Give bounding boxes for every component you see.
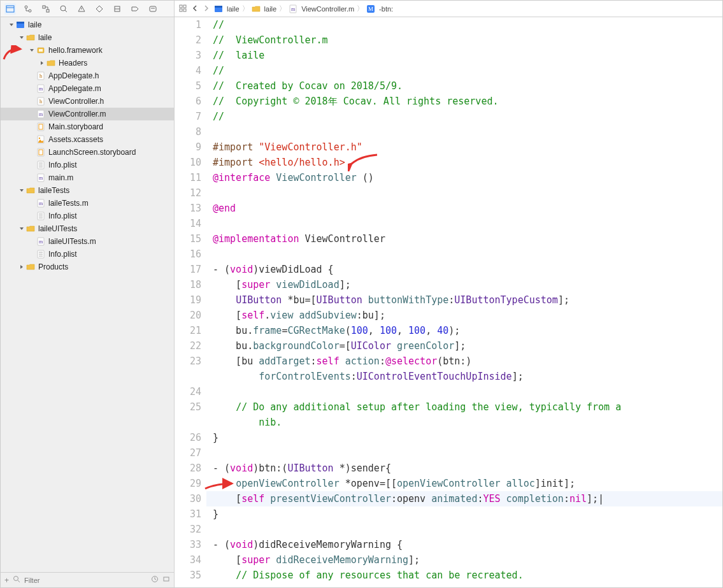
breadcrumb-item[interactable]: mViewController.m <box>289 4 354 13</box>
code-line[interactable]: 29 openViewController *openv=[[openViewC… <box>175 476 722 491</box>
code-line[interactable]: 27 <box>175 445 722 461</box>
code-line[interactable]: 31} <box>175 506 722 522</box>
code-text[interactable]: // ViewController.m <box>206 32 722 48</box>
tree-item-viewcontroller-m[interactable]: mViewController.m <box>1 108 174 120</box>
code-text[interactable]: // laile <box>206 48 722 63</box>
breadcrumb[interactable]: laile〉laile〉mViewController.m〉M-btn: <box>214 4 393 13</box>
code-text[interactable]: [super viewDidLoad]; <box>206 277 722 292</box>
code-line[interactable]: 2// ViewController.m <box>175 32 722 48</box>
code-line[interactable]: 9#import "ViewController.h" <box>175 140 722 155</box>
code-line[interactable]: 14 <box>175 216 722 231</box>
code-line[interactable]: forControlEvents:UIControlEventTouchUpIn… <box>175 369 722 384</box>
code-text[interactable]: } <box>206 506 722 522</box>
code-text[interactable] <box>206 185 722 201</box>
code-line[interactable]: 34 [super didReceiveMemoryWarning]; <box>175 552 722 568</box>
disclosure-triangle[interactable] <box>8 22 14 28</box>
code-text[interactable]: - (void)didReceiveMemoryWarning { <box>206 537 722 552</box>
code-line[interactable]: 21 bu.frame=CGRectMake(100, 100, 100, 40… <box>175 323 722 338</box>
tree-item-appdelegate-h[interactable]: hAppDelegate.h <box>1 69 174 82</box>
filter-input[interactable] <box>24 577 147 584</box>
code-line[interactable]: 5// Created by Cocav on 2018/5/9. <box>175 78 722 94</box>
tree-item-launchscreen-storyboard[interactable]: LaunchScreen.storyboard <box>1 146 174 159</box>
code-text[interactable] <box>206 124 722 140</box>
code-text[interactable] <box>206 522 722 537</box>
code-line[interactable]: 18 [super viewDidLoad]; <box>175 277 722 292</box>
code-text[interactable]: [super didReceiveMemoryWarning]; <box>206 552 722 568</box>
code-text[interactable]: openViewController *openv=[[openViewCont… <box>206 476 722 491</box>
code-text[interactable]: // <box>206 17 722 32</box>
code-text[interactable]: // <box>206 63 722 78</box>
code-line[interactable]: 13@end <box>175 201 722 216</box>
source-control-tab[interactable] <box>22 3 34 15</box>
code-text[interactable]: - (void)viewDidLoad { <box>206 262 722 277</box>
code-text[interactable]: @end <box>206 201 722 216</box>
code-text[interactable]: bu.frame=CGRectMake(100, 100, 100, 40); <box>206 323 722 338</box>
code-text[interactable]: } <box>206 430 722 445</box>
find-navigator-tab[interactable] <box>58 3 69 15</box>
disclosure-triangle[interactable] <box>18 188 24 194</box>
code-text[interactable]: bu.backgroundColor=[UIColor greenColor]; <box>206 338 722 354</box>
symbol-navigator-tab[interactable] <box>40 3 52 15</box>
tree-item-laile[interactable]: laile <box>1 18 174 31</box>
code-line[interactable]: 28- (void)btn:(UIButton *)sender{ <box>175 461 722 476</box>
tree-item-lailetests[interactable]: laileTests <box>1 184 174 197</box>
tree-item-products[interactable]: Products <box>1 261 174 273</box>
tree-item-info-plist[interactable]: Info.plist <box>1 159 174 171</box>
tree-item-lailetests-m[interactable]: mlaileTests.m <box>1 197 174 210</box>
code-text[interactable] <box>206 384 722 399</box>
breadcrumb-item[interactable]: laile <box>252 4 277 13</box>
code-line[interactable]: 33- (void)didReceiveMemoryWarning { <box>175 537 722 552</box>
code-text[interactable]: [self presentViewController:openv animat… <box>206 491 722 506</box>
code-text[interactable]: // <box>206 109 722 124</box>
breakpoint-navigator-tab[interactable] <box>129 3 141 15</box>
report-navigator-tab[interactable] <box>147 3 159 15</box>
debug-navigator-tab[interactable] <box>111 3 123 15</box>
code-text[interactable]: forControlEvents:UIControlEventTouchUpIn… <box>206 369 722 384</box>
related-items-icon[interactable] <box>178 4 187 14</box>
code-line[interactable]: 12 <box>175 185 722 201</box>
issue-navigator-tab[interactable] <box>76 3 87 15</box>
breadcrumb-item[interactable]: M-btn: <box>366 4 393 13</box>
code-line[interactable]: 16 <box>175 247 722 262</box>
code-line[interactable]: 8 <box>175 124 722 140</box>
tree-item-headers[interactable]: Headers <box>1 57 174 69</box>
disclosure-triangle[interactable] <box>18 226 24 232</box>
code-line[interactable]: 3// laile <box>175 48 722 63</box>
disclosure-triangle[interactable] <box>29 48 34 54</box>
code-text[interactable]: @interface ViewController () <box>206 170 722 185</box>
code-editor[interactable]: 1//2// ViewController.m3// laile4//5// C… <box>175 17 722 587</box>
go-forward-button[interactable] <box>203 4 210 13</box>
project-tree[interactable]: lailelailehello.frameworkHeadershAppDele… <box>1 17 174 572</box>
code-text[interactable] <box>206 216 722 231</box>
scm-filter-icon[interactable] <box>162 575 170 585</box>
tree-item-main-storyboard[interactable]: Main.storyboard <box>1 120 174 133</box>
code-line[interactable]: nib. <box>175 415 722 430</box>
breadcrumb-item[interactable]: laile <box>214 4 240 13</box>
code-line[interactable]: 15@implementation ViewController <box>175 231 722 247</box>
code-text[interactable]: #import <hello/hello.h> <box>206 155 722 170</box>
code-line[interactable]: 24 <box>175 384 722 399</box>
tree-item-assets-xcassets[interactable]: Assets.xcassets <box>1 133 174 146</box>
code-line[interactable]: 25 // Do any additional setup after load… <box>175 399 722 415</box>
code-line[interactable]: 4// <box>175 63 722 78</box>
tree-item-info-plist[interactable]: Info.plist <box>1 210 174 222</box>
code-line[interactable]: 23 [bu addTarget:self action:@selector(b… <box>175 354 722 369</box>
code-line[interactable]: 10#import <hello/hello.h> <box>175 155 722 170</box>
code-line[interactable]: 7// <box>175 109 722 124</box>
code-line[interactable]: 35 // Dispose of any resources that can … <box>175 568 722 583</box>
disclosure-triangle[interactable] <box>18 264 24 270</box>
code-line[interactable]: 1// <box>175 17 722 32</box>
project-navigator-tab[interactable] <box>4 3 16 15</box>
tree-item-hello-framework[interactable]: hello.framework <box>1 44 174 57</box>
tree-item-viewcontroller-h[interactable]: hViewController.h <box>1 95 174 108</box>
code-text[interactable]: [bu addTarget:self action:@selector(btn:… <box>206 354 722 369</box>
disclosure-triangle[interactable] <box>39 61 45 66</box>
tree-item-appdelegate-m[interactable]: mAppDelegate.m <box>1 82 174 95</box>
code-text[interactable]: UIButton *bu=[UIButton buttonWithType:UI… <box>206 292 722 308</box>
test-navigator-tab[interactable] <box>94 3 105 15</box>
code-line[interactable]: 22 bu.backgroundColor=[UIColor greenColo… <box>175 338 722 354</box>
code-text[interactable]: #import "ViewController.h" <box>206 140 722 155</box>
code-text[interactable]: @implementation ViewController <box>206 231 722 247</box>
tree-item-laileuitests-m[interactable]: mlaileUITests.m <box>1 235 174 248</box>
code-text[interactable]: nib. <box>206 415 722 430</box>
